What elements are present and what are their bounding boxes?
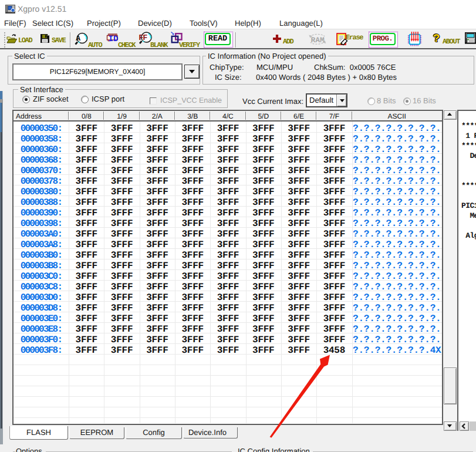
svg-text:RAM: RAM xyxy=(311,36,325,45)
svg-text:FF: FF xyxy=(139,34,147,43)
svg-text:A: A xyxy=(76,34,80,43)
svg-text:ID: ID xyxy=(109,35,119,43)
